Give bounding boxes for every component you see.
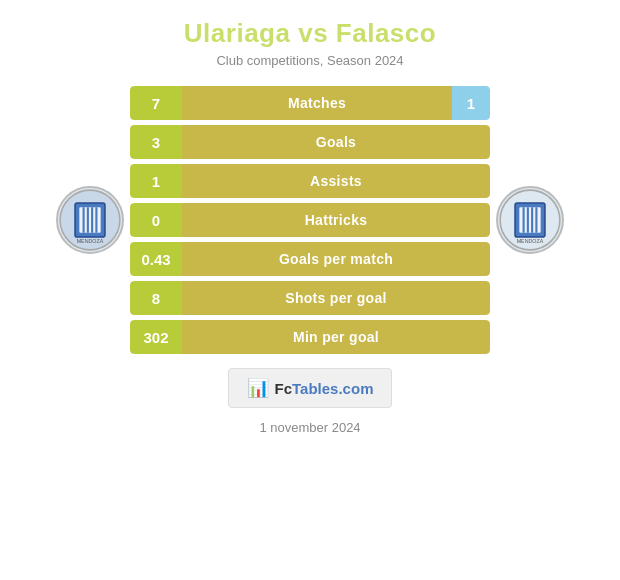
page-container: Ulariaga vs Falasco Club competitions, S… xyxy=(0,0,620,580)
page-subtitle: Club competitions, Season 2024 xyxy=(216,53,403,68)
fctables-badge: 📊 FcTables.com xyxy=(228,368,393,408)
stat-label-2: Assists xyxy=(182,164,490,198)
stat-left-value-5: 8 xyxy=(130,281,182,315)
stat-label-4: Goals per match xyxy=(182,242,490,276)
stat-right-value-0: 1 xyxy=(452,86,490,120)
stat-left-value-3: 0 xyxy=(130,203,182,237)
svg-text:MENDOZA: MENDOZA xyxy=(77,238,104,244)
svg-text:MENDOZA: MENDOZA xyxy=(517,238,544,244)
stats-rows: 7Matches13Goals1Assists0Hattricks0.43Goa… xyxy=(130,86,490,354)
stat-left-value-4: 0.43 xyxy=(130,242,182,276)
stat-label-5: Shots per goal xyxy=(182,281,490,315)
left-team-logo: MENDOZA xyxy=(50,180,130,260)
fctables-icon: 📊 xyxy=(247,377,269,399)
svg-rect-10 xyxy=(519,207,540,233)
right-logo-svg: MENDOZA xyxy=(498,186,562,254)
stats-section: MENDOZA 7Matches13Goals1Assists0Hattrick… xyxy=(0,86,620,354)
stat-label-3: Hattricks xyxy=(182,203,490,237)
page-title: Ulariaga vs Falasco xyxy=(184,18,436,49)
stat-left-value-1: 3 xyxy=(130,125,182,159)
stat-left-value-6: 302 xyxy=(130,320,182,354)
left-logo-svg: MENDOZA xyxy=(58,186,122,254)
fctables-text: FcTables.com xyxy=(275,380,374,397)
stat-label-6: Min per goal xyxy=(182,320,490,354)
fctables-blue-text: Tables.com xyxy=(292,380,373,397)
stat-left-value-0: 7 xyxy=(130,86,182,120)
stat-row-matches: 7Matches1 xyxy=(130,86,490,120)
stat-row-hattricks: 0Hattricks xyxy=(130,203,490,237)
footer-date: 1 november 2024 xyxy=(259,420,360,435)
stat-row-shots-per-goal: 8Shots per goal xyxy=(130,281,490,315)
stat-row-assists: 1Assists xyxy=(130,164,490,198)
right-team-logo: MENDOZA xyxy=(490,180,570,260)
stat-row-goals: 3Goals xyxy=(130,125,490,159)
stat-label-1: Goals xyxy=(182,125,490,159)
stat-label-0: Matches xyxy=(182,86,452,120)
stat-left-value-2: 1 xyxy=(130,164,182,198)
stat-row-min-per-goal: 302Min per goal xyxy=(130,320,490,354)
left-logo-circle: MENDOZA xyxy=(56,186,124,254)
stat-row-goals-per-match: 0.43Goals per match xyxy=(130,242,490,276)
right-logo-circle: MENDOZA xyxy=(496,186,564,254)
